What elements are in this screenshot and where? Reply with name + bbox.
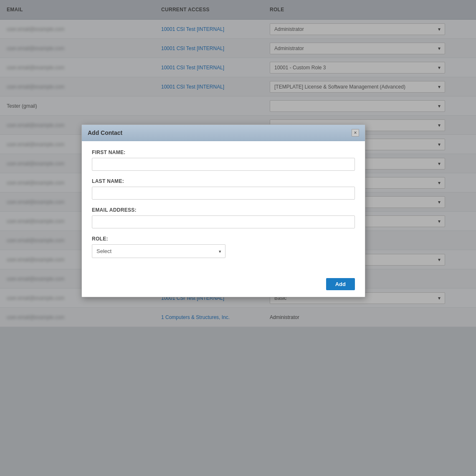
- email-label: EMAIL ADDRESS:: [92, 207, 355, 213]
- add-button[interactable]: Add: [326, 278, 355, 290]
- modal-close-button[interactable]: ×: [352, 129, 359, 137]
- email-group: EMAIL ADDRESS:: [92, 207, 355, 228]
- email-input[interactable]: [92, 215, 355, 228]
- first-name-group: FIRST NAME:: [92, 149, 355, 171]
- add-contact-modal: Add Contact × FIRST NAME: LAST NAME: EMA…: [81, 124, 365, 297]
- modal-footer: Add: [82, 274, 365, 297]
- modal-title: Add Contact: [88, 129, 122, 136]
- role-label: ROLE:: [92, 236, 355, 242]
- last-name-label: LAST NAME:: [92, 178, 355, 184]
- first-name-input[interactable]: [92, 158, 355, 171]
- role-select[interactable]: Select Administrator Basic Custom Role: [92, 244, 225, 258]
- first-name-label: FIRST NAME:: [92, 149, 355, 155]
- last-name-input[interactable]: [92, 187, 355, 200]
- role-group: ROLE: Select Administrator Basic Custom …: [92, 236, 355, 258]
- last-name-group: LAST NAME:: [92, 178, 355, 200]
- role-select-wrapper: Select Administrator Basic Custom Role ▾: [92, 244, 225, 258]
- modal-body: FIRST NAME: LAST NAME: EMAIL ADDRESS: RO…: [82, 141, 365, 274]
- modal-header: Add Contact ×: [82, 125, 365, 141]
